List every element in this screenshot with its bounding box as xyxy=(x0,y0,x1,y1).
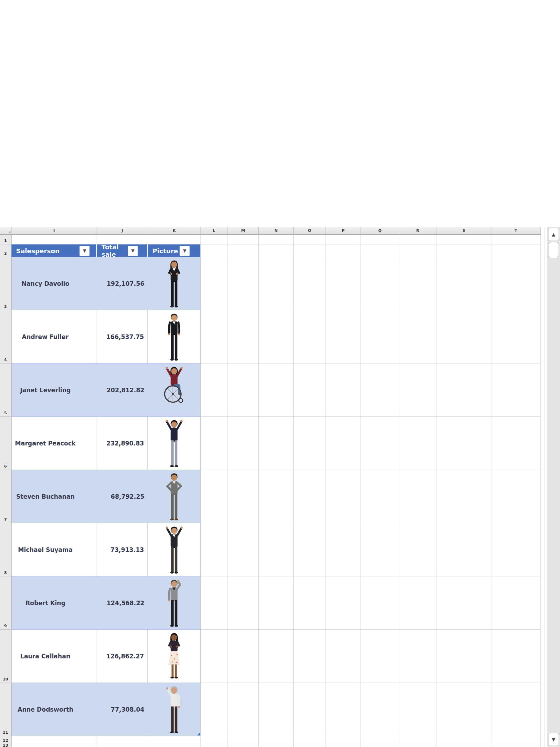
cell-l[interactable] xyxy=(201,523,228,576)
cell-q[interactable] xyxy=(361,683,399,736)
cell-s[interactable] xyxy=(436,417,491,470)
cell-q[interactable] xyxy=(361,630,399,683)
cell-k[interactable] xyxy=(148,736,201,744)
salesperson-cell[interactable]: Andrew Fuller xyxy=(12,310,97,363)
cell-o[interactable] xyxy=(294,736,326,744)
cell-o[interactable] xyxy=(294,235,326,244)
column-header-p[interactable]: P xyxy=(326,227,361,234)
picture-cell[interactable] xyxy=(148,310,200,363)
cell-q[interactable] xyxy=(361,244,399,257)
scroll-down-button[interactable]: ▼ xyxy=(548,733,559,746)
row-header-4[interactable]: 4 xyxy=(0,310,12,364)
cell-r[interactable] xyxy=(399,523,436,576)
nancy-davolio-photo[interactable] xyxy=(160,260,188,308)
total-sales-cell[interactable]: 77,308.04 xyxy=(97,683,148,736)
cell-l[interactable] xyxy=(201,576,228,630)
cell-o[interactable] xyxy=(294,364,326,417)
cell-n[interactable] xyxy=(259,364,294,417)
cell-t[interactable] xyxy=(491,235,541,244)
cell-i[interactable] xyxy=(12,736,97,744)
cell-r[interactable] xyxy=(399,257,436,310)
row-header-1[interactable]: 1 xyxy=(0,235,12,244)
column-header-l[interactable]: L xyxy=(201,227,228,234)
cell-n[interactable] xyxy=(259,244,294,257)
janet-leverling-photo[interactable] xyxy=(160,366,188,414)
table-header-salesperson[interactable]: Salesperson▼ xyxy=(12,244,97,257)
cell-l[interactable] xyxy=(201,364,228,417)
total-sales-cell[interactable]: 73,913.13 xyxy=(97,523,148,576)
total-sales-cell[interactable]: 68,792.25 xyxy=(97,470,148,523)
cell-q[interactable] xyxy=(361,523,399,576)
column-header-q[interactable]: Q xyxy=(361,227,399,234)
cell-s[interactable] xyxy=(436,683,491,736)
vertical-scrollbar[interactable]: ▲ ▼ xyxy=(547,227,560,747)
cell-r[interactable] xyxy=(399,736,436,744)
column-header-k[interactable]: K xyxy=(148,227,201,234)
filter-dropdown-button[interactable]: ▼ xyxy=(128,246,138,256)
cell-r[interactable] xyxy=(399,417,436,470)
picture-cell[interactable] xyxy=(148,630,200,683)
cell-m[interactable] xyxy=(228,235,259,244)
picture-cell[interactable] xyxy=(148,683,200,736)
cell-l[interactable] xyxy=(201,736,228,744)
column-header-s[interactable]: S xyxy=(436,227,491,234)
cell-p[interactable] xyxy=(326,744,361,747)
cell-p[interactable] xyxy=(326,364,361,417)
picture-cell[interactable] xyxy=(148,257,200,310)
andrew-fuller-photo[interactable] xyxy=(160,313,188,361)
cell-t[interactable] xyxy=(491,364,541,417)
cell-q[interactable] xyxy=(361,470,399,523)
salesperson-cell[interactable]: Michael Suyama xyxy=(12,523,97,576)
cell-p[interactable] xyxy=(326,244,361,257)
cell-s[interactable] xyxy=(436,523,491,576)
table-header-picture[interactable]: Picture▼ xyxy=(148,244,201,257)
cell-p[interactable] xyxy=(326,630,361,683)
cell-t[interactable] xyxy=(491,257,541,310)
column-header-o[interactable]: O xyxy=(294,227,326,234)
cell-o[interactable] xyxy=(294,630,326,683)
cell-l[interactable] xyxy=(201,417,228,470)
anne-dodsworth-photo[interactable] xyxy=(160,685,188,734)
cell-m[interactable] xyxy=(228,630,259,683)
cell-t[interactable] xyxy=(491,310,541,364)
row-header-9[interactable]: 9 xyxy=(0,576,12,630)
cell-s[interactable] xyxy=(436,310,491,364)
cell-t[interactable] xyxy=(491,736,541,744)
total-sales-cell[interactable]: 166,537.75 xyxy=(97,310,148,363)
cell-m[interactable] xyxy=(228,310,259,364)
cell-m[interactable] xyxy=(228,244,259,257)
cell-l[interactable] xyxy=(201,235,228,244)
cell-o[interactable] xyxy=(294,576,326,630)
column-header-n[interactable]: N xyxy=(259,227,294,234)
cell-r[interactable] xyxy=(399,244,436,257)
cell-m[interactable] xyxy=(228,523,259,576)
picture-cell[interactable] xyxy=(148,523,200,576)
cell-t[interactable] xyxy=(491,683,541,736)
cell-k[interactable] xyxy=(148,235,201,244)
cell-m[interactable] xyxy=(228,683,259,736)
filter-dropdown-button[interactable]: ▼ xyxy=(180,246,190,256)
cell-i[interactable] xyxy=(12,235,97,244)
cell-r[interactable] xyxy=(399,235,436,244)
picture-cell[interactable] xyxy=(148,364,200,416)
row-header-3[interactable]: 3 xyxy=(0,257,12,310)
row-header-7[interactable]: 7 xyxy=(0,470,12,523)
robert-king-photo[interactable] xyxy=(160,579,188,627)
cell-o[interactable] xyxy=(294,523,326,576)
salesperson-cell[interactable]: Anne Dodsworth xyxy=(12,683,97,736)
cell-n[interactable] xyxy=(259,630,294,683)
row-header-13[interactable]: 13 xyxy=(0,744,12,747)
cell-t[interactable] xyxy=(491,470,541,523)
cell-p[interactable] xyxy=(326,736,361,744)
cell-l[interactable] xyxy=(201,683,228,736)
row-header-10[interactable]: 10 xyxy=(0,630,12,683)
cell-o[interactable] xyxy=(294,310,326,364)
cell-m[interactable] xyxy=(228,257,259,310)
picture-cell[interactable] xyxy=(148,576,200,629)
cell-q[interactable] xyxy=(361,310,399,364)
cell-l[interactable] xyxy=(201,470,228,523)
laura-callahan-photo[interactable] xyxy=(160,632,188,680)
column-header-r[interactable]: R xyxy=(399,227,436,234)
cell-l[interactable] xyxy=(201,257,228,310)
scrollbar-thumb[interactable] xyxy=(548,242,559,258)
